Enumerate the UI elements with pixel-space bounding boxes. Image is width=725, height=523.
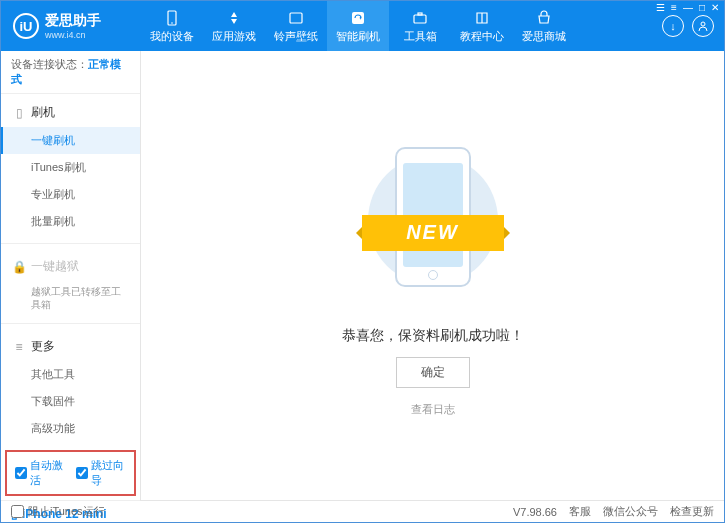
nav-ringtones[interactable]: 铃声壁纸: [265, 1, 327, 51]
section-more[interactable]: ≡更多: [1, 332, 140, 361]
close-icon[interactable]: ✕: [711, 2, 719, 13]
nav-toolbox[interactable]: 工具箱: [389, 1, 451, 51]
book-icon: [473, 9, 491, 27]
svg-point-6: [701, 22, 705, 26]
apps-icon: [225, 9, 243, 27]
title-right: ↓: [662, 15, 724, 37]
new-ribbon: NEW: [362, 215, 504, 251]
lock-icon: 🔒: [13, 261, 25, 273]
sidebar-item-pro[interactable]: 专业刷机: [1, 181, 140, 208]
ok-button[interactable]: 确定: [396, 357, 470, 388]
svg-point-1: [171, 22, 173, 24]
svg-rect-4: [414, 15, 426, 23]
nav-apps[interactable]: 应用游戏: [203, 1, 265, 51]
success-illustration: NEW: [368, 135, 498, 305]
success-message: 恭喜您，保资料刷机成功啦！: [342, 327, 524, 345]
sidebar-item-download[interactable]: 下载固件: [1, 388, 140, 415]
store-icon: [535, 9, 553, 27]
checkbox-row: 自动激活 跳过向导: [5, 450, 136, 496]
checkbox-skip-guide[interactable]: 跳过向导: [76, 458, 127, 488]
nav-store[interactable]: 爱思商城: [513, 1, 575, 51]
sidebar-item-oneclick[interactable]: 一键刷机: [1, 127, 140, 154]
phone-icon: [163, 9, 181, 27]
section-jailbreak[interactable]: 🔒一键越狱: [1, 252, 140, 281]
svg-rect-2: [290, 13, 302, 23]
toolbox-icon: [411, 9, 429, 27]
phone-small-icon: ▯: [13, 107, 25, 119]
wechat-link[interactable]: 微信公众号: [603, 504, 658, 519]
check-update-link[interactable]: 检查更新: [670, 504, 714, 519]
app-name: 爱思助手: [45, 12, 101, 30]
settings-icon[interactable]: ≡: [671, 2, 677, 13]
titlebar: iU 爱思助手 www.i4.cn 我的设备 应用游戏 铃声壁纸 智能刷机 工具…: [1, 1, 724, 51]
section-flash[interactable]: ▯刷机: [1, 98, 140, 127]
flash-icon: [349, 9, 367, 27]
sidebar-item-other[interactable]: 其他工具: [1, 361, 140, 388]
app-site: www.i4.cn: [45, 30, 101, 40]
main-panel: NEW 恭喜您，保资料刷机成功啦！ 确定 查看日志: [141, 51, 724, 500]
support-link[interactable]: 客服: [569, 504, 591, 519]
window-controls: ☰ ≡ — □ ✕: [656, 2, 719, 13]
checkbox-block-itunes[interactable]: 阻止iTunes运行: [11, 504, 105, 519]
svg-rect-3: [352, 12, 364, 24]
user-icon[interactable]: [692, 15, 714, 37]
maximize-icon[interactable]: □: [699, 2, 705, 13]
view-log-link[interactable]: 查看日志: [411, 402, 455, 417]
checkbox-auto-activate[interactable]: 自动激活: [15, 458, 66, 488]
connection-status: 设备连接状态：正常模式: [1, 51, 140, 94]
nav-flash[interactable]: 智能刷机: [327, 1, 389, 51]
wallpaper-icon: [287, 9, 305, 27]
nav-my-device[interactable]: 我的设备: [141, 1, 203, 51]
top-nav: 我的设备 应用游戏 铃声壁纸 智能刷机 工具箱 教程中心 爱思商城: [141, 1, 662, 51]
logo: iU 爱思助手 www.i4.cn: [1, 12, 141, 40]
version-label: V7.98.66: [513, 506, 557, 518]
nav-tutorials[interactable]: 教程中心: [451, 1, 513, 51]
sidebar: 设备连接状态：正常模式 ▯刷机 一键刷机 iTunes刷机 专业刷机 批量刷机 …: [1, 51, 141, 500]
minimize-icon[interactable]: —: [683, 2, 693, 13]
sidebar-item-advanced[interactable]: 高级功能: [1, 415, 140, 442]
jailbreak-note: 越狱工具已转移至工具箱: [1, 281, 140, 315]
list-icon: ≡: [13, 341, 25, 353]
logo-icon: iU: [13, 13, 39, 39]
menu-icon[interactable]: ☰: [656, 2, 665, 13]
svg-rect-5: [418, 13, 422, 15]
sidebar-item-itunes[interactable]: iTunes刷机: [1, 154, 140, 181]
download-icon[interactable]: ↓: [662, 15, 684, 37]
sidebar-item-batch[interactable]: 批量刷机: [1, 208, 140, 235]
